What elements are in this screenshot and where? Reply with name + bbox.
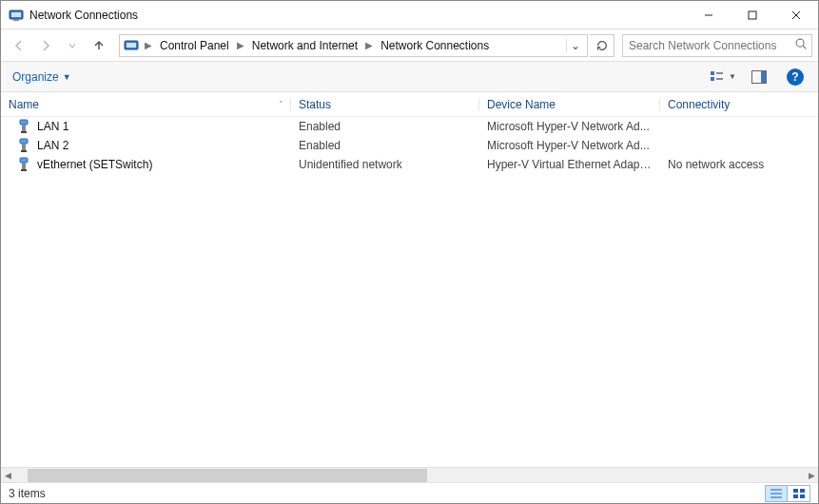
breadcrumb-item[interactable]: Network and Internet xyxy=(248,37,361,54)
network-adapter-icon xyxy=(16,119,31,134)
chevron-down-icon: ▼ xyxy=(63,72,71,82)
chevron-right-icon[interactable]: ▶ xyxy=(363,40,375,50)
column-header-device[interactable]: Device Name xyxy=(479,94,660,115)
maximize-button[interactable] xyxy=(731,1,774,29)
svg-rect-4 xyxy=(749,11,756,19)
chevron-down-icon: ▼ xyxy=(729,72,736,81)
column-label: Connectivity xyxy=(668,98,730,111)
column-label: Status xyxy=(299,98,331,111)
window-title: Network Connections xyxy=(29,9,138,22)
search-input[interactable] xyxy=(627,38,794,53)
svg-point-9 xyxy=(796,39,804,47)
item-device: Hyper-V Virtual Ethernet Adapter xyxy=(479,158,660,171)
svg-rect-25 xyxy=(21,169,27,171)
column-label: Device Name xyxy=(487,98,556,111)
nav-bar: ▶ Control Panel ▶ Network and Internet ▶… xyxy=(1,29,818,62)
item-device: Microsoft Hyper-V Network Ad... xyxy=(479,120,660,133)
column-headers: Name ˄ Status Device Name Connectivity xyxy=(1,92,818,117)
svg-rect-1 xyxy=(11,12,21,17)
list-item[interactable]: LAN 2EnabledMicrosoft Hyper-V Network Ad… xyxy=(1,136,818,155)
address-bar[interactable]: ▶ Control Panel ▶ Network and Internet ▶… xyxy=(119,34,588,57)
svg-rect-11 xyxy=(711,71,714,75)
title-bar: Network Connections xyxy=(1,1,818,29)
svg-rect-19 xyxy=(21,131,27,133)
window: Network Connections ▶ Control Panel ▶ Ne… xyxy=(0,0,819,504)
item-name: LAN 1 xyxy=(37,120,68,133)
svg-rect-29 xyxy=(793,489,798,493)
recent-locations-button[interactable] xyxy=(60,33,85,58)
large-icons-view-button[interactable] xyxy=(788,485,810,502)
control-panel-icon xyxy=(124,38,139,53)
breadcrumb-item[interactable]: Control Panel xyxy=(156,37,233,54)
svg-rect-18 xyxy=(22,125,26,131)
svg-rect-20 xyxy=(20,139,28,144)
item-name: LAN 2 xyxy=(37,139,68,152)
network-adapter-icon xyxy=(16,138,31,153)
item-connectivity: No network access xyxy=(660,158,793,171)
svg-rect-22 xyxy=(21,150,27,152)
column-label: Name xyxy=(9,98,39,111)
up-button[interactable] xyxy=(87,33,111,58)
column-header-status[interactable]: Status xyxy=(291,94,479,115)
item-name: vEthernet (SETSwitch) xyxy=(37,158,152,171)
list-item[interactable]: vEthernet (SETSwitch)Unidentified networ… xyxy=(1,155,818,174)
svg-rect-16 xyxy=(761,71,766,83)
organize-button[interactable]: Organize ▼ xyxy=(9,68,75,86)
svg-rect-17 xyxy=(20,120,28,125)
column-header-connectivity[interactable]: Connectivity xyxy=(660,94,793,115)
scroll-thumb[interactable] xyxy=(28,469,427,482)
network-adapter-icon xyxy=(16,157,31,172)
refresh-button[interactable] xyxy=(590,34,614,57)
svg-rect-24 xyxy=(22,163,26,169)
svg-rect-8 xyxy=(127,43,136,48)
organize-label: Organize xyxy=(12,70,59,84)
svg-rect-31 xyxy=(793,494,798,498)
help-icon: ? xyxy=(787,68,804,86)
column-header-name[interactable]: Name ˄ xyxy=(1,94,291,115)
item-status: Unidentified network xyxy=(291,158,479,171)
horizontal-scrollbar[interactable]: ◀ ▶ xyxy=(1,467,818,482)
status-bar: 3 items xyxy=(1,482,818,503)
search-icon[interactable] xyxy=(794,37,808,53)
item-list: LAN 1EnabledMicrosoft Hyper-V Network Ad… xyxy=(1,117,818,467)
chevron-right-icon[interactable]: ▶ xyxy=(143,40,154,50)
svg-line-10 xyxy=(803,46,806,48)
item-count: 3 items xyxy=(9,487,46,500)
command-bar: Organize ▼ ▼ ? xyxy=(1,62,818,92)
network-connections-icon xyxy=(9,8,24,23)
close-button[interactable] xyxy=(774,1,818,29)
svg-rect-21 xyxy=(22,144,26,150)
svg-rect-2 xyxy=(13,19,19,21)
scroll-right-button[interactable]: ▶ xyxy=(805,468,818,483)
view-options-button[interactable]: ▼ xyxy=(708,66,738,88)
breadcrumb-item[interactable]: Network Connections xyxy=(377,37,493,54)
details-view-button[interactable] xyxy=(765,485,788,502)
svg-rect-12 xyxy=(711,77,714,81)
help-button[interactable]: ? xyxy=(780,66,810,88)
search-box[interactable] xyxy=(622,34,812,57)
svg-rect-30 xyxy=(800,489,805,493)
address-dropdown-button[interactable]: ⌄ xyxy=(566,39,583,52)
item-status: Enabled xyxy=(291,120,479,133)
list-item[interactable]: LAN 1EnabledMicrosoft Hyper-V Network Ad… xyxy=(1,117,818,136)
svg-rect-32 xyxy=(800,494,805,498)
preview-pane-button[interactable] xyxy=(744,66,774,88)
back-button[interactable] xyxy=(7,33,31,58)
item-status: Enabled xyxy=(291,139,479,152)
sort-ascending-icon: ˄ xyxy=(279,100,283,109)
svg-rect-23 xyxy=(20,158,28,163)
chevron-right-icon[interactable]: ▶ xyxy=(235,40,246,50)
forward-button[interactable] xyxy=(33,33,58,58)
scroll-left-button[interactable]: ◀ xyxy=(1,468,14,483)
minimize-button[interactable] xyxy=(687,1,731,29)
item-device: Microsoft Hyper-V Network Ad... xyxy=(479,139,660,152)
